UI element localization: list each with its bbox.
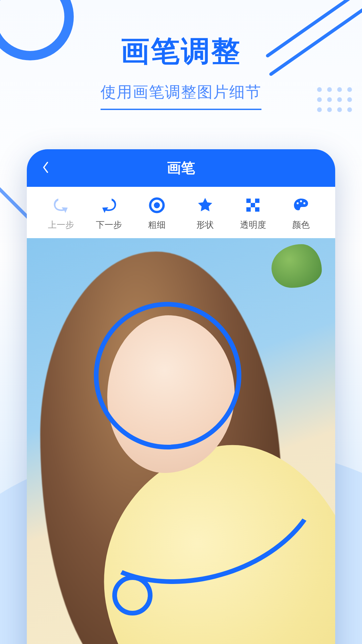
svg-point-7 [297, 202, 299, 204]
leaf-shape [272, 244, 322, 288]
shape-label: 形状 [196, 219, 214, 231]
image-canvas[interactable] [27, 238, 335, 644]
app-header: 画笔 [27, 149, 335, 187]
redo-icon [99, 196, 119, 215]
svg-rect-2 [246, 199, 251, 203]
svg-rect-5 [246, 207, 251, 212]
chevron-left-icon [42, 161, 49, 175]
svg-point-8 [300, 200, 302, 202]
thickness-button[interactable]: 粗细 [133, 196, 181, 231]
thickness-label: 粗细 [148, 219, 166, 231]
svg-rect-6 [255, 207, 259, 212]
app-header-title: 画笔 [167, 159, 195, 177]
shape-button[interactable]: 形状 [181, 196, 229, 231]
redo-button[interactable]: 下一步 [85, 196, 133, 231]
hero-title: 画笔调整 [0, 32, 362, 71]
back-button[interactable] [38, 161, 53, 175]
svg-rect-3 [251, 203, 255, 207]
thickness-icon [147, 196, 167, 215]
redo-label: 下一步 [96, 219, 122, 231]
svg-point-1 [154, 202, 160, 208]
svg-rect-4 [255, 199, 259, 203]
hero-section: 画笔调整 使用画笔调整图片细节 [0, 0, 362, 110]
opacity-icon [243, 196, 263, 215]
opacity-label: 透明度 [240, 219, 266, 231]
palette-icon [291, 196, 311, 215]
hero-subtitle: 使用画笔调整图片细节 [101, 82, 261, 110]
undo-icon [51, 196, 71, 215]
color-button[interactable]: 颜色 [277, 196, 325, 231]
brush-toolbar: 上一步 下一步 粗细 形状 [27, 187, 335, 238]
opacity-button[interactable]: 透明度 [229, 196, 277, 231]
phone-mockup: 画笔 上一步 下一步 粗细 形状 [27, 149, 335, 644]
color-label: 颜色 [292, 219, 310, 231]
undo-button[interactable]: 上一步 [37, 196, 85, 231]
star-icon [195, 196, 215, 215]
undo-label: 上一步 [48, 219, 74, 231]
svg-point-9 [303, 202, 305, 204]
